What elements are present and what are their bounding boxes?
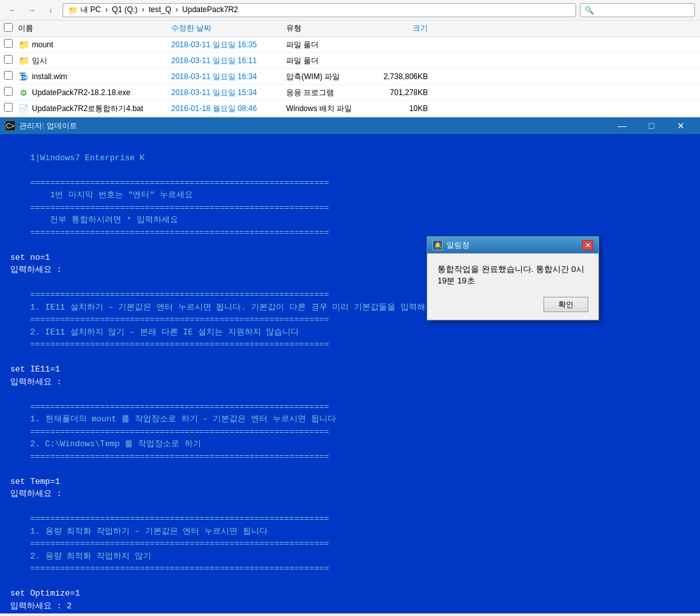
file-row-install-wim[interactable]: 🗜 install.wim 2018-03-11 일요일 16:34 압축(WI…: [0, 69, 700, 85]
file-row-imsi[interactable]: 📁 임시 2018-03-11 일요일 16:11 파일 폴더: [0, 53, 700, 69]
file-row-exe[interactable]: ⚙ UpdatePack7R2-18.2.18.exe 2018-03-11 일…: [0, 85, 700, 101]
cmd-separator: ========================================…: [10, 451, 690, 463]
file-type: 파일 폴더: [284, 55, 367, 67]
cmd-line: 1|Windows7 Enterprise K: [10, 152, 690, 165]
cmd-line: set Temp=1: [10, 476, 690, 488]
cmd-line: 1. 현재폴더의 mount 를 작업장소로 하기 – 기본값은 엔터 누르시면…: [10, 413, 690, 426]
cmd-minimize-button[interactable]: —: [608, 119, 636, 133]
file-list: 📁 mount 2018-03-11 일요일 16:35 파일 폴더 📁 임시 …: [0, 37, 700, 117]
file-explorer: ← → → 📁 내 PC › Q1 (Q:) › test_Q › Update…: [0, 0, 700, 117]
cmd-line: [10, 164, 690, 177]
cmd-window-controls: — □ ✕: [608, 119, 695, 133]
alert-ok-button[interactable]: 확인: [544, 297, 588, 312]
column-headers: 이름 수정한 날짜 유형 크기: [0, 20, 700, 37]
cmd-line: 입력하세요 :: [10, 488, 690, 500]
file-type: 응용 프로그램: [284, 87, 367, 99]
file-size: 701,278KB: [367, 87, 430, 98]
file-name: UpdatePack7R2-18.2.18.exe: [32, 88, 130, 97]
file-name: 임시: [32, 56, 47, 66]
file-row-mount[interactable]: 📁 mount 2018-03-11 일요일 16:35 파일 폴더: [0, 37, 700, 53]
file-type: 파일 폴더: [284, 39, 367, 51]
up-button[interactable]: →: [43, 3, 59, 18]
cmd-line: [10, 388, 690, 401]
col-header-size[interactable]: 크기: [367, 22, 430, 35]
file-date: 2018-03-11 일요일 16:35: [169, 39, 284, 51]
cmd-separator: ========================================…: [10, 513, 690, 525]
cmd-line: 입력하세요 : 2: [10, 600, 690, 613]
cmd-line: 전부 통합하시려면 * 입력하세요: [10, 214, 690, 227]
alert-footer: 확인: [427, 292, 598, 320]
cmd-line: 2. 용량 최적화 작업하지 않기: [10, 550, 690, 563]
search-box[interactable]: 🔍: [580, 3, 695, 17]
folder-icon: 📁: [18, 39, 29, 50]
file-name: install.wim: [32, 72, 67, 81]
forward-button[interactable]: →: [24, 3, 40, 18]
breadcrumb-icon: 📁: [68, 6, 78, 15]
select-all-checkbox[interactable]: [0, 23, 15, 34]
cmd-window: C> 관리자: 업데이트 — □ ✕ 1|Windows7 Enterprise…: [0, 117, 700, 613]
cmd-line: [10, 500, 690, 513]
cmd-separator: ========================================…: [10, 562, 690, 575]
file-type: Windows 배치 파일: [284, 103, 367, 115]
exe-icon: ⚙: [18, 87, 29, 98]
cmd-line: [10, 463, 690, 476]
file-date: 2018-03-11 일요일 16:11: [169, 55, 284, 67]
alert-close-button[interactable]: ✕: [582, 240, 593, 250]
cmd-line: [10, 575, 690, 588]
alert-titlebar: 🔔 알림창 ✕: [427, 237, 598, 253]
cmd-line: 1. 용량 최적화 작업하기 – 기본값은 엔터 누르시면 됩니다: [10, 525, 690, 538]
breadcrumb-text: 내 PC › Q1 (Q:) › test_Q › UpdatePack7R2: [80, 4, 238, 15]
cmd-body: 1|Windows7 Enterprise K ================…: [0, 134, 700, 616]
cmd-line: set IE11=1: [10, 363, 690, 376]
cmd-separator: ========================================…: [10, 401, 690, 414]
wim-icon: 🗜: [18, 71, 29, 82]
folder-icon: 📁: [18, 55, 29, 66]
back-button[interactable]: ←: [5, 3, 20, 18]
alert-dialog: 🔔 알림창 ✕ 통합작업을 완료했습니다. 통합시간 0시 19분 19초 확인: [427, 236, 599, 320]
alert-message: 통합작업을 완료했습니다. 통합시간 0시 19분 19초: [427, 253, 598, 292]
cmd-separator: ========================================…: [10, 202, 690, 214]
file-type: 압축(WIM) 파일: [284, 71, 367, 83]
file-size: [367, 60, 430, 61]
bat-icon: 📄: [18, 103, 29, 114]
file-row-bat[interactable]: 📄 UpdatePack7R2로통합하기4.bat 2016-01-18 월요일…: [0, 101, 700, 117]
cmd-line: [10, 139, 690, 152]
cmd-separator: ========================================…: [10, 426, 690, 439]
file-date: 2016-01-18 월요일 08:46: [169, 103, 284, 115]
col-header-type[interactable]: 유형: [284, 22, 367, 35]
breadcrumb[interactable]: 📁 내 PC › Q1 (Q:) › test_Q › UpdatePack7R…: [63, 3, 576, 17]
file-size: [367, 44, 430, 45]
file-name: mount: [32, 40, 53, 49]
alert-icon: 🔔: [432, 240, 443, 250]
cmd-title-text: 관리자: 업데이트: [19, 121, 604, 131]
cmd-line: 1번 마지막 번호는 "엔터" 누르세요: [10, 189, 690, 202]
cmd-close-button[interactable]: ✕: [667, 119, 695, 133]
cmd-line: [10, 612, 690, 616]
file-date: 2018-03-11 일요일 15:34: [169, 87, 284, 99]
cmd-line: 2. C:\Windows\Temp 를 작업장소로 하기: [10, 438, 690, 451]
cmd-line: [10, 351, 690, 364]
col-header-name[interactable]: 이름: [15, 22, 169, 35]
cmd-titlebar: C> 관리자: 업데이트 — □ ✕: [0, 117, 700, 134]
cmd-separator: ========================================…: [10, 537, 690, 550]
col-header-date[interactable]: 수정한 날짜: [169, 22, 284, 35]
file-size: 2,738,806KB: [367, 71, 430, 82]
cmd-line: 입력하세요 :: [10, 376, 690, 389]
alert-title: 알림창: [446, 240, 578, 251]
file-name: UpdatePack7R2로통합하기4.bat: [32, 103, 143, 114]
file-size: 10KB: [367, 103, 430, 114]
cmd-separator: ========================================…: [10, 177, 690, 190]
cmd-line: 2. IE11 설치하지 않기 – 본래 다른 IE 설치는 지원하지 않습니다: [10, 326, 690, 339]
cmd-separator: ========================================…: [10, 338, 690, 351]
cmd-maximize-button[interactable]: □: [637, 119, 666, 133]
file-date: 2018-03-11 일요일 16:34: [169, 71, 284, 83]
cmd-line: set Optimize=1: [10, 587, 690, 600]
explorer-titlebar: ← → → 📁 내 PC › Q1 (Q:) › test_Q › Update…: [0, 0, 700, 20]
cmd-icon: C>: [5, 121, 15, 131]
